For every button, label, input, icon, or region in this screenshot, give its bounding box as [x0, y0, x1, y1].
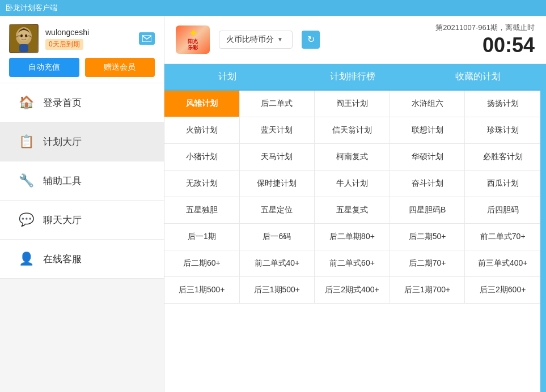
plan-cell[interactable]: 珍珠计划 [465, 117, 540, 143]
svg-point-4 [25, 35, 27, 37]
plan-row: 火箭计划蓝天计划信天翁计划联想计划珍珠计划 [164, 117, 540, 144]
sidebar-label-service: 在线客服 [43, 253, 82, 266]
plan-cell[interactable]: 后二期60+ [164, 250, 240, 276]
plan-cell[interactable]: 后二单期80+ [315, 224, 390, 250]
plan-cell[interactable]: 柯南复式 [315, 144, 390, 170]
refresh-icon: ↻ [307, 34, 315, 45]
timer-display: 00:54 [435, 34, 535, 57]
plan-cell[interactable]: 前二单式60+ [315, 250, 390, 276]
tools-icon: 🔧 [17, 172, 35, 190]
tab-bar: 计划 计划排行榜 收藏的计划 [164, 64, 540, 91]
plan-cell[interactable]: 西瓜计划 [465, 171, 540, 197]
plan-cell[interactable]: 必胜客计划 [465, 144, 540, 170]
plan-cell[interactable]: 前二单式70+ [465, 224, 540, 250]
plan-cell[interactable]: 后二单式 [240, 91, 315, 117]
lottery-dropdown[interactable]: 火币比特币分 ▼ [219, 31, 293, 49]
plan-cell[interactable]: 风雏计划 [164, 91, 240, 117]
logo-area: ✦ 阳光乐彩 [176, 25, 210, 54]
svg-point-3 [20, 35, 23, 37]
sidebar-label-tools: 辅助工具 [43, 174, 82, 188]
plan-grid: 风雏计划后二单式阎王计划水浒组六扬扬计划火箭计划蓝天计划信天翁计划联想计划珍珠计… [164, 91, 540, 392]
side-stripe [540, 64, 546, 392]
plan-cell[interactable]: 五星定位 [240, 197, 315, 223]
sidebar-label-chat: 聊天大厅 [43, 214, 82, 227]
service-icon: 👤 [17, 250, 35, 268]
plans-icon: 📋 [17, 133, 35, 151]
plan-cell[interactable]: 后二期70+ [390, 250, 465, 276]
user-info: wulongceshi 0天后到期 [45, 28, 134, 50]
chevron-down-icon: ▼ [277, 36, 283, 42]
logo-badge: ✦ 阳光乐彩 [176, 25, 210, 54]
plan-cell[interactable]: 后一1期 [164, 224, 240, 250]
auto-recharge-button[interactable]: 自动充值 [9, 58, 79, 77]
timer-label: 第20211007-961期，离截止时 [435, 23, 535, 33]
plan-cell[interactable]: 五星复式 [315, 197, 390, 223]
plan-cell[interactable]: 前三单式400+ [465, 250, 540, 276]
sidebar-label-plans: 计划大厅 [43, 135, 82, 148]
plan-cell[interactable]: 联想计划 [390, 117, 465, 143]
plan-row: 后三1期500+后三1期500+后三2期式400+后三1期700+后三2期600… [164, 277, 540, 304]
user-expiry: 0天后到期 [45, 39, 83, 50]
sidebar-item-plans[interactable]: 📋 计划大厅 [0, 122, 164, 161]
plan-cell[interactable]: 四星胆码B [390, 197, 465, 223]
plan-cell[interactable]: 扬扬计划 [465, 91, 540, 117]
plan-cell[interactable]: 后三1期500+ [164, 277, 240, 303]
refresh-button[interactable]: ↻ [302, 31, 320, 49]
nav-list: 🏠 登录首页 📋 计划大厅 🔧 辅助工具 💬 聊天大厅 👤 在线客服 [0, 83, 164, 279]
plan-cell[interactable]: 后三1期700+ [390, 277, 465, 303]
plan-cell[interactable]: 前二单式40+ [240, 250, 315, 276]
plan-row: 五星独胆五星定位五星复式四星胆码B后四胆码 [164, 197, 540, 224]
plan-cell[interactable]: 五星独胆 [164, 197, 240, 223]
plan-cell[interactable]: 后四胆码 [465, 197, 540, 223]
top-info-bar: ✦ 阳光乐彩 火币比特币分 ▼ ↻ 第20211007-961期，离截止时 00… [164, 16, 546, 64]
tab-ranking[interactable]: 计划排行榜 [290, 64, 415, 90]
plan-cell[interactable]: 无敌计划 [164, 171, 240, 197]
tab-plans[interactable]: 计划 [164, 64, 290, 90]
sidebar-label-home: 登录首页 [43, 96, 82, 109]
plan-cell[interactable]: 华硕计划 [390, 144, 465, 170]
plan-cell[interactable]: 阎王计划 [315, 91, 390, 117]
chat-icon: 💬 [17, 211, 35, 229]
plan-cell[interactable]: 信天翁计划 [315, 117, 390, 143]
sidebar: wulongceshi 0天后到期 自动充值 赠送会员 🏠 登录首页 📋 计划大… [0, 16, 164, 392]
sidebar-item-tools[interactable]: 🔧 辅助工具 [0, 161, 164, 201]
plan-cell[interactable]: 保时捷计划 [240, 171, 315, 197]
plan-row: 风雏计划后二单式阎王计划水浒组六扬扬计划 [164, 91, 540, 117]
sidebar-item-service[interactable]: 👤 在线客服 [0, 240, 164, 279]
plan-cell[interactable]: 后二期50+ [390, 224, 465, 250]
content-area: ✦ 阳光乐彩 火币比特币分 ▼ ↻ 第20211007-961期，离截止时 00… [164, 16, 546, 392]
user-section: wulongceshi 0天后到期 自动充值 赠送会员 [0, 16, 164, 83]
tab-favorites[interactable]: 收藏的计划 [415, 64, 540, 90]
plan-row: 无敌计划保时捷计划牛人计划奋斗计划西瓜计划 [164, 171, 540, 197]
dropdown-value: 火币比特币分 [226, 35, 274, 45]
home-icon: 🏠 [17, 93, 35, 112]
plan-cell[interactable]: 小猪计划 [164, 144, 240, 170]
title-bar: 卧龙计划客户端 [0, 0, 546, 16]
plan-cell[interactable]: 牛人计划 [315, 171, 390, 197]
plan-cell[interactable]: 天马计划 [240, 144, 315, 170]
timer-section: 第20211007-961期，离截止时 00:54 [435, 23, 535, 57]
username: wulongceshi [45, 28, 134, 37]
svg-rect-6 [142, 35, 151, 42]
plan-row: 小猪计划天马计划柯南复式华硕计划必胜客计划 [164, 144, 540, 171]
mail-icon[interactable] [139, 32, 155, 45]
svg-rect-5 [19, 44, 28, 52]
logo-text: 阳光乐彩 [188, 39, 198, 51]
plan-cell[interactable]: 火箭计划 [164, 117, 240, 143]
plan-row: 后一1期后一6码后二单期80+后二期50+前二单式70+ [164, 224, 540, 250]
gift-member-button[interactable]: 赠送会员 [85, 58, 155, 77]
plan-cell[interactable]: 水浒组六 [390, 91, 465, 117]
plan-cell[interactable]: 后三2期式400+ [315, 277, 390, 303]
avatar [9, 24, 39, 53]
plan-cell[interactable]: 后三2期600+ [465, 277, 540, 303]
plan-cell[interactable]: 奋斗计划 [390, 171, 465, 197]
sidebar-item-chat[interactable]: 💬 聊天大厅 [0, 201, 164, 240]
plan-cell[interactable]: 后一6码 [240, 224, 315, 250]
sidebar-item-home[interactable]: 🏠 登录首页 [0, 83, 164, 122]
plan-row: 后二期60+前二单式40+前二单式60+后二期70+前三单式400+ [164, 250, 540, 277]
plan-cell[interactable]: 蓝天计划 [240, 117, 315, 143]
plan-cell[interactable]: 后三1期500+ [240, 277, 315, 303]
title-label: 卧龙计划客户端 [6, 3, 57, 13]
